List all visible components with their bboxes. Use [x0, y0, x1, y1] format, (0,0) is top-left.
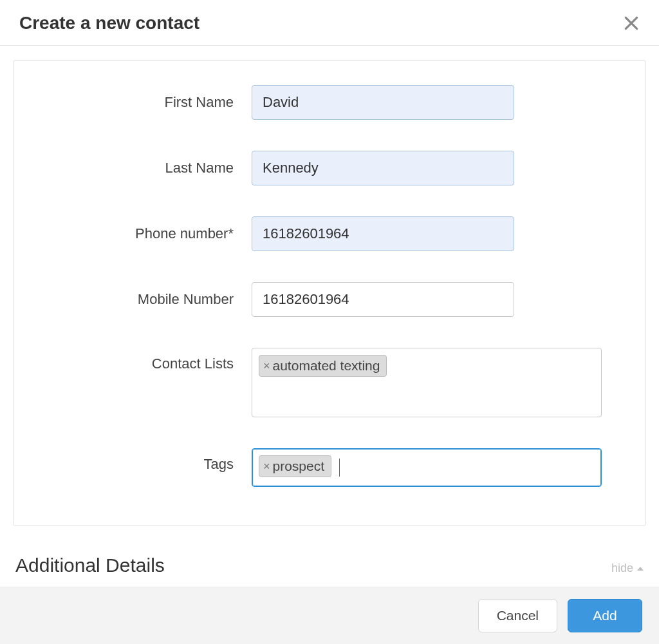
hide-label: hide — [611, 562, 633, 575]
row-phone: Phone number* — [39, 216, 620, 251]
label-first-name: First Name — [39, 94, 252, 111]
row-contact-lists: Contact Lists × automated texting — [39, 348, 620, 417]
create-contact-modal: Create a new contact First Name Last Nam… — [0, 0, 659, 644]
label-mobile: Mobile Number — [39, 291, 252, 308]
chip-contact-list: × automated texting — [259, 355, 387, 377]
mobile-input[interactable] — [252, 282, 514, 317]
modal-body-wrap: First Name Last Name Phone number* — [0, 46, 659, 587]
modal-title: Create a new contact — [19, 13, 200, 33]
label-tags: Tags — [39, 448, 252, 473]
close-button[interactable] — [623, 15, 640, 32]
row-first-name: First Name — [39, 85, 620, 120]
additional-details-spacer — [13, 579, 646, 587]
label-contact-lists: Contact Lists — [39, 348, 252, 372]
row-tags: Tags × prospect — [39, 448, 620, 487]
tags-input[interactable]: × prospect — [252, 448, 602, 487]
hide-toggle[interactable]: hide — [611, 562, 644, 575]
row-mobile: Mobile Number — [39, 282, 620, 317]
chip-remove-icon[interactable]: × — [263, 360, 270, 372]
last-name-input[interactable] — [252, 151, 514, 185]
close-icon — [623, 15, 640, 32]
chip-remove-icon[interactable]: × — [263, 460, 270, 472]
form-panel: First Name Last Name Phone number* — [13, 60, 646, 526]
chip-label: prospect — [273, 459, 325, 474]
modal-body[interactable]: First Name Last Name Phone number* — [0, 46, 659, 587]
label-phone: Phone number* — [39, 225, 252, 242]
chip-label: automated texting — [273, 358, 380, 374]
modal-header: Create a new contact — [0, 0, 659, 46]
modal-footer: Cancel Add — [0, 587, 659, 644]
row-last-name: Last Name — [39, 151, 620, 185]
chip-tag: × prospect — [259, 455, 331, 477]
label-last-name: Last Name — [39, 160, 252, 176]
additional-details-title: Additional Details — [15, 554, 165, 576]
add-button[interactable]: Add — [568, 599, 642, 632]
first-name-input[interactable] — [252, 85, 514, 120]
contact-lists-input[interactable]: × automated texting — [252, 348, 602, 417]
additional-details-header: Additional Details hide — [13, 554, 646, 579]
cancel-button[interactable]: Cancel — [478, 599, 557, 632]
phone-input[interactable] — [252, 216, 514, 251]
caret-up-icon — [637, 567, 644, 571]
text-cursor — [339, 459, 340, 477]
